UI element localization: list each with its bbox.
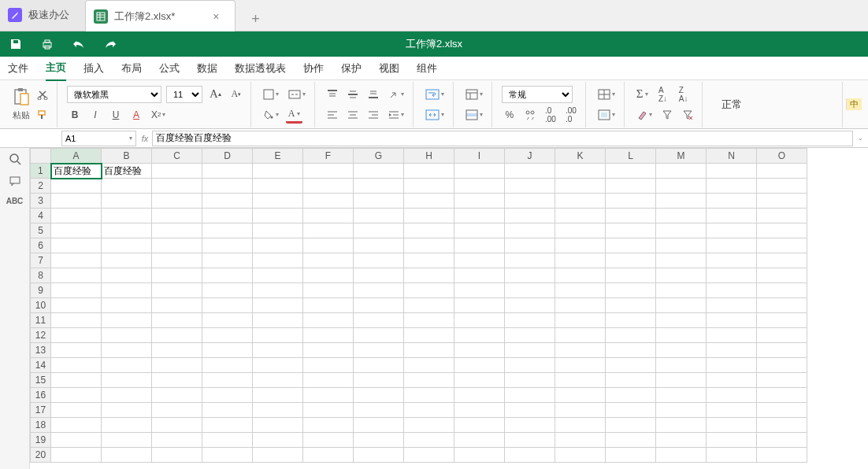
cell-G3[interactable] [354, 194, 404, 209]
insert-function-icon[interactable]: ▾ [463, 86, 485, 103]
cell-F1[interactable] [303, 164, 354, 179]
cell-A13[interactable] [51, 343, 102, 358]
cell-H19[interactable] [404, 433, 454, 448]
col-header-D[interactable]: D [202, 149, 253, 164]
cell-D6[interactable] [202, 238, 253, 253]
col-header-B[interactable]: B [102, 149, 152, 164]
cell-K10[interactable] [555, 298, 606, 313]
row-header-20[interactable]: 20 [31, 448, 51, 463]
orientation-icon[interactable]: ▾ [386, 86, 406, 103]
cell-A19[interactable] [51, 433, 102, 448]
cell-M18[interactable] [656, 418, 707, 433]
cell-A7[interactable] [51, 253, 102, 268]
cell-K17[interactable] [555, 403, 606, 418]
row-header-7[interactable]: 7 [31, 253, 51, 268]
cell-M14[interactable] [656, 358, 707, 373]
select-all-corner[interactable] [31, 149, 51, 164]
cell-C5[interactable] [152, 223, 202, 238]
cell-G2[interactable] [354, 179, 404, 194]
cell-E10[interactable] [253, 298, 303, 313]
cell-J12[interactable] [505, 328, 555, 343]
cell-A11[interactable] [51, 313, 102, 328]
cell-G15[interactable] [354, 373, 404, 388]
cell-B14[interactable] [102, 358, 152, 373]
cell-J1[interactable] [505, 164, 555, 179]
col-header-K[interactable]: K [555, 149, 606, 164]
cell-B7[interactable] [102, 253, 152, 268]
cell-F2[interactable] [303, 179, 354, 194]
cell-F20[interactable] [303, 448, 354, 463]
cell-J16[interactable] [505, 388, 555, 403]
cell-F3[interactable] [303, 194, 354, 209]
cell-B19[interactable] [102, 433, 152, 448]
align-center-icon[interactable] [345, 106, 361, 124]
cell-I17[interactable] [454, 403, 505, 418]
cell-E20[interactable] [253, 448, 303, 463]
cell-D13[interactable] [202, 343, 253, 358]
cell-D8[interactable] [202, 268, 253, 283]
cell-E19[interactable] [253, 433, 303, 448]
cell-E8[interactable] [253, 268, 303, 283]
cell-O20[interactable] [757, 448, 807, 463]
cell-A2[interactable] [51, 179, 102, 194]
cell-L6[interactable] [606, 238, 656, 253]
cell-O19[interactable] [757, 433, 807, 448]
cell-K6[interactable] [555, 238, 606, 253]
cell-H20[interactable] [404, 448, 454, 463]
cell-A20[interactable] [51, 448, 102, 463]
cell-G20[interactable] [354, 448, 404, 463]
name-box[interactable]: A1 ▾ [61, 131, 136, 146]
cell-H12[interactable] [404, 328, 454, 343]
cell-M1[interactable] [656, 164, 707, 179]
col-header-I[interactable]: I [454, 149, 505, 164]
cell-G10[interactable] [354, 298, 404, 313]
cell-G18[interactable] [354, 418, 404, 433]
cell-D7[interactable] [202, 253, 253, 268]
redo-icon[interactable] [102, 36, 118, 52]
save-icon[interactable] [8, 36, 24, 52]
cell-D15[interactable] [202, 373, 253, 388]
row-header-11[interactable]: 11 [31, 313, 51, 328]
cell-M16[interactable] [656, 388, 707, 403]
cell-G14[interactable] [354, 358, 404, 373]
col-header-N[interactable]: N [707, 149, 757, 164]
cell-E15[interactable] [253, 373, 303, 388]
cell-B16[interactable] [102, 388, 152, 403]
cell-O6[interactable] [757, 238, 807, 253]
font-color-icon-2[interactable]: A▾ [286, 106, 302, 124]
cell-O11[interactable] [757, 313, 807, 328]
percent-icon[interactable]: % [502, 106, 517, 124]
cell-A17[interactable] [51, 403, 102, 418]
cell-B13[interactable] [102, 343, 152, 358]
row-header-6[interactable]: 6 [31, 238, 51, 253]
col-header-E[interactable]: E [253, 149, 303, 164]
cell-A16[interactable] [51, 388, 102, 403]
cell-H16[interactable] [404, 388, 454, 403]
cell-D9[interactable] [202, 283, 253, 298]
cell-F12[interactable] [303, 328, 354, 343]
cell-H3[interactable] [404, 194, 454, 209]
cell-I14[interactable] [454, 358, 505, 373]
wrap-text-icon[interactable]: ▾ [423, 86, 447, 103]
menu-item-4[interactable]: 公式 [159, 57, 180, 80]
cell-L15[interactable] [606, 373, 656, 388]
menu-item-7[interactable]: 协作 [303, 57, 324, 80]
cell-N6[interactable] [707, 238, 757, 253]
cell-F11[interactable] [303, 313, 354, 328]
cell-F4[interactable] [303, 209, 354, 223]
cell-D11[interactable] [202, 313, 253, 328]
sort-asc-icon[interactable]: AZ↓ [655, 86, 671, 103]
cell-J5[interactable] [505, 223, 555, 238]
row-header-17[interactable]: 17 [31, 403, 51, 418]
cell-O1[interactable] [757, 164, 807, 179]
cell-H14[interactable] [404, 358, 454, 373]
cell-E1[interactable] [253, 164, 303, 179]
cell-F17[interactable] [303, 403, 354, 418]
cell-N9[interactable] [707, 283, 757, 298]
align-left-icon[interactable] [325, 106, 340, 124]
cell-H11[interactable] [404, 313, 454, 328]
cell-I7[interactable] [454, 253, 505, 268]
cell-L9[interactable] [606, 283, 656, 298]
cell-D2[interactable] [202, 179, 253, 194]
cell-E17[interactable] [253, 403, 303, 418]
